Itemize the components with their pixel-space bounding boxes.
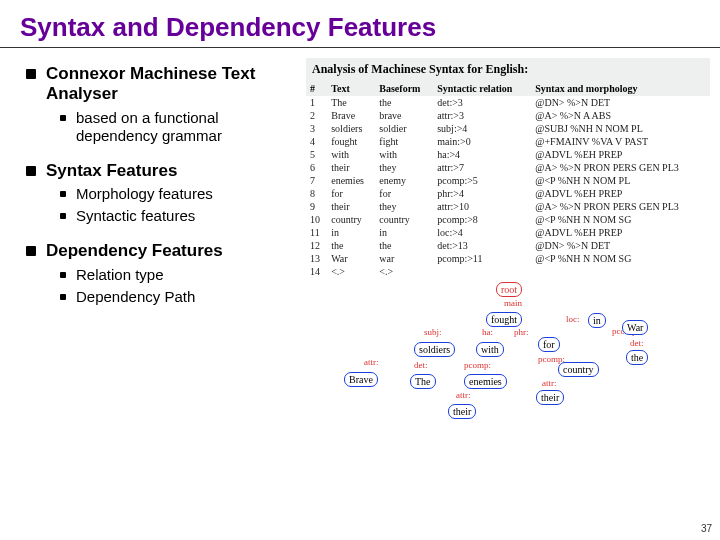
table-cell: for xyxy=(375,187,433,200)
edge-subj: subj: xyxy=(424,327,442,337)
table-cell: 6 xyxy=(306,161,327,174)
table-cell: their xyxy=(327,200,375,213)
table-cell: their xyxy=(327,161,375,174)
node-the: the xyxy=(626,350,648,365)
node-soldiers: soldiers xyxy=(414,342,455,357)
node-with: with xyxy=(476,342,504,357)
table-cell: 11 xyxy=(306,226,327,239)
col-base: Baseform xyxy=(375,81,433,96)
table-cell: <.> xyxy=(375,265,433,278)
bullet-icon xyxy=(26,166,36,176)
node-brave: Brave xyxy=(344,372,378,387)
table-cell: loc:>4 xyxy=(433,226,531,239)
sub-bullet: Relation type xyxy=(60,266,296,284)
table-cell: ha:>4 xyxy=(433,148,531,161)
col-text: Text xyxy=(327,81,375,96)
sub-bullet: based on a functional dependency grammar xyxy=(60,109,296,145)
node-war: War xyxy=(622,320,648,335)
edge-phr: phr: xyxy=(514,327,529,337)
bullet-head: Connexor Machinese Text Analyser xyxy=(46,64,296,105)
node-country: country xyxy=(558,362,599,377)
col-num: # xyxy=(306,81,327,96)
page-number: 37 xyxy=(701,523,712,534)
table-cell: @A> %>N A ABS xyxy=(531,109,710,122)
machinese-table: Analysis of Machinese Syntax for English… xyxy=(306,58,710,278)
bullet-dependency-features: Dependency Features Relation type Depend… xyxy=(26,241,296,305)
sub-bullet-label: Relation type xyxy=(76,266,164,284)
table-cell: with xyxy=(327,148,375,161)
table-cell: in xyxy=(375,226,433,239)
bullet-connexor: Connexor Machinese Text Analyser based o… xyxy=(26,64,296,145)
node-their: their xyxy=(448,404,476,419)
table-row: 13Warwarpcomp:>11@<P %NH N NOM SG xyxy=(306,252,710,265)
table-cell: with xyxy=(375,148,433,161)
edge-loc: loc: xyxy=(566,314,580,324)
table-row: 2Bravebraveattr:>3@A> %>N A ABS xyxy=(306,109,710,122)
table-row: 5withwithha:>4@ADVL %EH PREP xyxy=(306,148,710,161)
bullet-icon xyxy=(26,246,36,256)
bullet-icon xyxy=(60,294,66,300)
table-row: 7enemiesenemypcomp:>5@<P %NH N NOM PL xyxy=(306,174,710,187)
node-the: The xyxy=(410,374,436,389)
node-enemies: enemies xyxy=(464,374,507,389)
bullet-icon xyxy=(60,272,66,278)
table-cell xyxy=(433,265,531,278)
edge-ha: ha: xyxy=(482,327,493,337)
table-cell: attr:>7 xyxy=(433,161,531,174)
table-cell: 3 xyxy=(306,122,327,135)
table-cell: attr:>3 xyxy=(433,109,531,122)
col-rel: Syntactic relation xyxy=(433,81,531,96)
edge-attr: attr: xyxy=(542,378,557,388)
node-for: for xyxy=(538,337,560,352)
slide-title: Syntax and Dependency Features xyxy=(0,0,720,48)
table-title: Analysis of Machinese Syntax for English… xyxy=(306,58,710,81)
node-root: root xyxy=(496,282,522,297)
sub-bullet: Dependency Path xyxy=(60,288,296,306)
table-cell: <.> xyxy=(327,265,375,278)
table-cell: fought xyxy=(327,135,375,148)
table-cell: @<P %NH N NOM SG xyxy=(531,252,710,265)
table-cell: @ADVL %EH PREP xyxy=(531,226,710,239)
table-cell: main:>0 xyxy=(433,135,531,148)
node-in: in xyxy=(588,313,606,328)
table-cell: in xyxy=(327,226,375,239)
table-cell: det:>13 xyxy=(433,239,531,252)
table-cell: 5 xyxy=(306,148,327,161)
figures-panel: Analysis of Machinese Syntax for English… xyxy=(300,58,720,472)
edge-det: det: xyxy=(630,338,644,348)
table-cell: brave xyxy=(375,109,433,122)
table-cell: enemy xyxy=(375,174,433,187)
table-cell: country xyxy=(375,213,433,226)
table-row: 10countrycountrypcomp:>8@<P %NH N NOM SG xyxy=(306,213,710,226)
table-cell: 12 xyxy=(306,239,327,252)
sub-bullet: Morphology features xyxy=(60,185,296,203)
table-row: 9theirtheyattr:>10@A> %>N PRON PERS GEN … xyxy=(306,200,710,213)
edge-pcomp: pcomp: xyxy=(464,360,491,370)
table-cell: @A> %>N PRON PERS GEN PL3 xyxy=(531,161,710,174)
table-row: 3soldierssoldiersubj:>4@SUBJ %NH N NOM P… xyxy=(306,122,710,135)
table-row: 14<.><.> xyxy=(306,265,710,278)
table-row: 11ininloc:>4@ADVL %EH PREP xyxy=(306,226,710,239)
table-cell: 13 xyxy=(306,252,327,265)
table-cell: The xyxy=(327,96,375,109)
table-cell: attr:>10 xyxy=(433,200,531,213)
table-cell: 2 xyxy=(306,109,327,122)
bullet-syntax-features: Syntax Features Morphology features Synt… xyxy=(26,161,296,225)
table-cell: 4 xyxy=(306,135,327,148)
edge-attr: attr: xyxy=(364,357,379,367)
table-cell: 1 xyxy=(306,96,327,109)
table-cell: for xyxy=(327,187,375,200)
table-cell xyxy=(531,265,710,278)
table-cell: @ADVL %EH PREP xyxy=(531,148,710,161)
table-cell: 9 xyxy=(306,200,327,213)
table-cell: pcomp:>5 xyxy=(433,174,531,187)
bullet-head: Dependency Features xyxy=(46,241,296,261)
table-cell: they xyxy=(375,200,433,213)
col-morf: Syntax and morphology xyxy=(531,81,710,96)
table-cell: 7 xyxy=(306,174,327,187)
table-cell: they xyxy=(375,161,433,174)
table-row: 4foughtfightmain:>0@+FMAINV %VA V PAST xyxy=(306,135,710,148)
table-row: 1Thethedet:>3@DN> %>N DET xyxy=(306,96,710,109)
bullet-icon xyxy=(60,191,66,197)
bullet-head: Syntax Features xyxy=(46,161,296,181)
